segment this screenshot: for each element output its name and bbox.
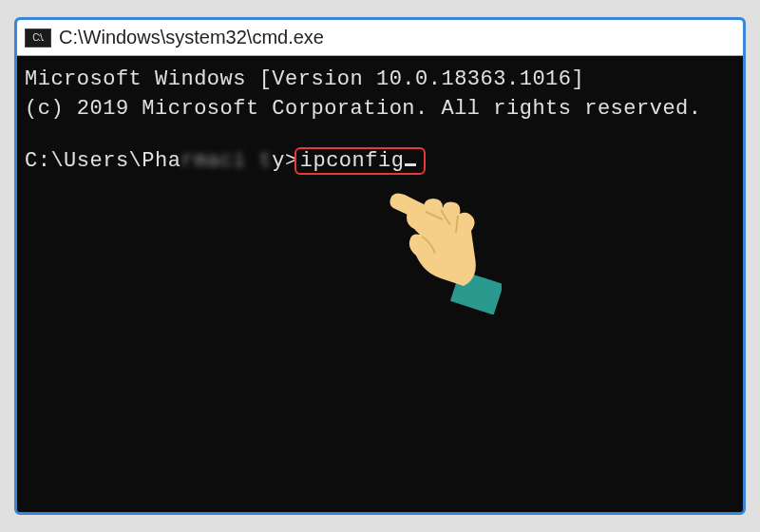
window-title: C:\Windows\system32\cmd.exe: [59, 27, 324, 48]
command-text: ipconfig: [300, 149, 405, 173]
cmd-icon: C:\.: [25, 28, 51, 48]
cursor: [405, 163, 416, 166]
terminal-area[interactable]: Microsoft Windows [Version 10.0.18363.10…: [17, 56, 743, 185]
command-highlight: ipconfig: [298, 147, 427, 177]
prompt-path-blurred: rmaci t: [180, 147, 272, 177]
title-bar[interactable]: C:\. C:\Windows\system32\cmd.exe: [17, 20, 743, 56]
prompt-line: C:\Users\Pha rmaci t y> ipconfig: [25, 147, 735, 177]
svg-rect-0: [450, 270, 502, 314]
terminal-header-line-2: (c) 2019 Microsoft Corporation. All righ…: [25, 95, 735, 124]
cmd-icon-label: C:\.: [32, 32, 44, 43]
pointing-hand-icon: [388, 191, 502, 314]
cmd-window: C:\. C:\Windows\system32\cmd.exe Microso…: [14, 17, 746, 515]
highlight-box: ipconfig: [294, 147, 427, 175]
terminal-header-line-1: Microsoft Windows [Version 10.0.18363.10…: [25, 66, 735, 95]
prompt-path-prefix: C:\Users\Pha: [25, 147, 180, 177]
